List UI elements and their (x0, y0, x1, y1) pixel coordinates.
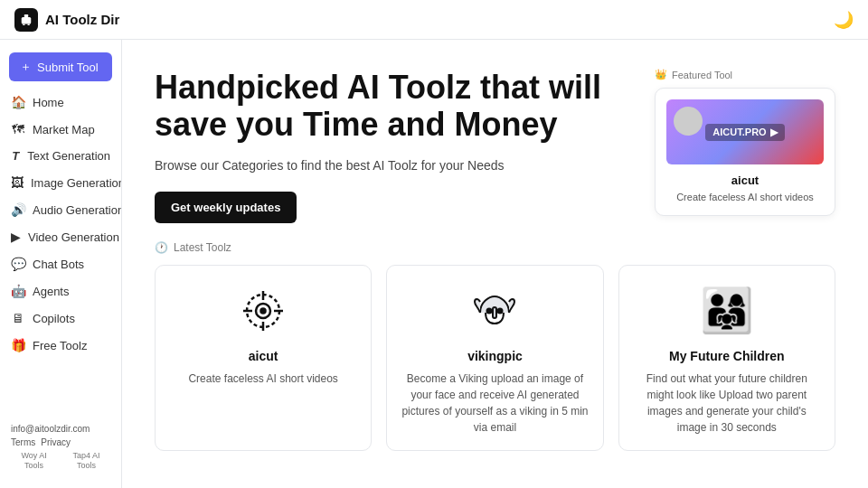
tool-desc: Become a Viking upload an image of your … (401, 371, 588, 436)
sidebar-item-image-generation[interactable]: 🖼 Image Generation (0, 169, 121, 196)
crown-icon: 👑 (655, 69, 667, 80)
footer-links: Terms Privacy (11, 437, 110, 447)
terms-link[interactable]: Terms (11, 437, 35, 447)
sidebar-item-copilots[interactable]: 🖥 Copilots (0, 305, 121, 332)
svg-point-2 (24, 19, 25, 21)
featured-image: AICUT.PRO ▶ (666, 99, 824, 164)
featured-tool-name: aicut (666, 174, 824, 187)
sidebar-item-market-map[interactable]: 🗺 Market Map (0, 116, 121, 143)
sidebar-item-label: Copilots (33, 312, 75, 325)
featured-label: AICUT.PRO ▶ (705, 124, 784, 141)
clock-icon: 🕐 (155, 241, 168, 254)
hero-title: Handpicked AI Toolz that will save you T… (155, 69, 618, 144)
tools-cards: aicut Create faceless AI short videos (122, 265, 868, 473)
logo-area: AI Toolz Dir (14, 8, 119, 32)
sidebar-item-label: Text Generation (27, 149, 110, 163)
svg-rect-1 (24, 14, 29, 17)
text-icon: T (11, 149, 20, 163)
svg-rect-4 (23, 23, 24, 25)
sidebar-item-free-toolz[interactable]: 🎁 Free Toolz (0, 332, 121, 359)
home-icon: 🏠 (11, 95, 25, 109)
sidebar-item-text-generation[interactable]: T Text Generation (0, 143, 121, 169)
sidebar-item-label: Market Map (33, 123, 95, 136)
sidebar-footer: info@aitoolzdir.com Terms Privacy Woy AI… (0, 417, 121, 479)
hero-left: Handpicked AI Toolz that will save you T… (155, 69, 618, 223)
sidebar-item-audio-generation[interactable]: 🔊 Audio Generation (0, 196, 121, 223)
free-icon: 🎁 (11, 338, 25, 352)
app-title: AI Toolz Dir (45, 12, 119, 27)
svg-rect-5 (28, 23, 30, 25)
sidebar-item-label: Agents (33, 285, 69, 298)
logo-icon (14, 8, 38, 32)
cta-button[interactable]: Get weekly updates (155, 192, 297, 223)
section-header: 🕐 Latest Toolz (122, 241, 868, 265)
section-label: Latest Toolz (174, 241, 231, 254)
play-icon: ▶ (770, 127, 778, 138)
sidebar-item-agents[interactable]: 🤖 Agents (0, 277, 121, 305)
featured-tool-desc: Create faceless AI short videos (666, 191, 824, 204)
sidebar: ＋ Submit Tool 🏠 Home 🗺 Market Map T Text… (0, 40, 122, 488)
main-content: Handpicked AI Toolz that will save you T… (122, 40, 868, 488)
tool-name: My Future Children (669, 349, 785, 363)
aicut-icon (236, 284, 290, 338)
privacy-link[interactable]: Privacy (41, 437, 71, 447)
sponsor-tap4: Tap4 AI Tools (62, 451, 110, 472)
hero-right: 👑 Featured Tool AICUT.PRO ▶ aicut Create… (655, 69, 835, 216)
sidebar-item-label: Home (33, 96, 64, 109)
vikingpic-icon (467, 284, 522, 338)
layout: ＋ Submit Tool 🏠 Home 🗺 Market Map T Text… (0, 40, 868, 488)
tool-desc: Create faceless AI short videos (188, 371, 337, 387)
audio-icon: 🔊 (11, 202, 25, 217)
map-icon: 🗺 (11, 122, 25, 136)
featured-card[interactable]: AICUT.PRO ▶ aicut Create faceless AI sho… (655, 88, 835, 216)
agents-icon: 🤖 (11, 284, 25, 298)
plus-icon: ＋ (20, 59, 32, 75)
tool-card-my-future-children[interactable]: 👨‍👩‍👧 My Future Children Find out what y… (618, 265, 835, 451)
svg-point-15 (498, 308, 503, 313)
header: AI Toolz Dir 🌙 (0, 0, 868, 40)
svg-rect-0 (22, 17, 32, 24)
tool-card-vikingpic[interactable]: vikingpic Become a Viking upload an imag… (386, 265, 603, 451)
svg-point-14 (487, 308, 492, 313)
image-icon: 🖼 (11, 175, 24, 190)
viking-icon (471, 287, 518, 334)
tool-name: aicut (249, 349, 278, 363)
target-icon (240, 287, 287, 334)
footer-email: info@aitoolzdir.com (11, 424, 110, 434)
svg-rect-13 (493, 307, 496, 318)
children-icon: 👨‍👩‍👧 (700, 284, 754, 338)
sidebar-item-chat-bots[interactable]: 💬 Chat Bots (0, 250, 121, 277)
tool-card-aicut[interactable]: aicut Create faceless AI short videos (155, 265, 372, 451)
sidebar-item-label: Free Toolz (33, 339, 87, 352)
copilots-icon: 🖥 (11, 311, 25, 325)
sidebar-item-label: Audio Generation (33, 203, 122, 217)
sidebar-item-video-generation[interactable]: ▶ Video Generation (0, 223, 121, 250)
submit-tool-button[interactable]: ＋ Submit Tool (9, 52, 112, 81)
dark-mode-toggle[interactable]: 🌙 (834, 10, 854, 30)
robot-icon (18, 12, 34, 28)
sidebar-item-label: Image Generation (31, 176, 122, 190)
featured-badge: 👑 Featured Tool (655, 69, 835, 80)
sidebar-item-label: Chat Bots (33, 258, 84, 271)
sidebar-item-home[interactable]: 🏠 Home (0, 89, 121, 116)
hero-section: Handpicked AI Toolz that will save you T… (122, 40, 868, 241)
sidebar-item-label: Video Generation (28, 230, 119, 244)
video-icon: ▶ (11, 230, 21, 244)
chat-icon: 💬 (11, 257, 25, 271)
sponsor-woy: Woy AI Tools (11, 451, 57, 472)
svg-point-3 (27, 19, 29, 21)
svg-point-8 (261, 308, 266, 313)
hero-subtitle: Browse our Categories to find the best A… (155, 156, 618, 175)
tool-name: vikingpic (467, 349, 523, 363)
tool-desc: Find out what your future children might… (634, 371, 820, 436)
sponsored-links: Woy AI Tools Tap4 AI Tools (11, 451, 110, 472)
